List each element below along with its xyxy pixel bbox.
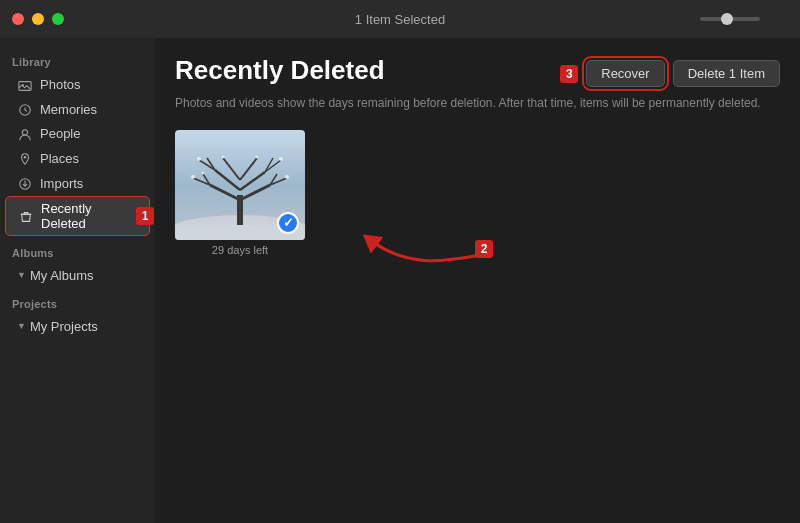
annotation-arrow [330,180,510,280]
titlebar: 1 Item Selected [0,0,800,38]
memories-icon [17,102,33,118]
import-icon [17,175,33,191]
selection-check: ✓ [277,212,299,234]
photo-grid: ✓ 29 days left 2 [175,130,780,256]
page-description: Photos and videos show the days remainin… [175,95,780,112]
minimize-button[interactable] [32,13,44,25]
sidebar-item-photos[interactable]: Photos [5,73,150,97]
slider-thumb [721,13,733,25]
svg-point-30 [256,155,259,158]
svg-point-25 [202,171,205,174]
page-title: Recently Deleted [175,56,385,85]
main-actions: 3 Recover Delete 1 Item [560,60,780,87]
annotation-badge-3: 3 [560,65,578,83]
svg-point-29 [222,155,225,158]
svg-point-28 [279,157,283,161]
window-controls [12,13,64,25]
photo-thumbnail[interactable]: ✓ [175,130,305,240]
photo-item[interactable]: ✓ 29 days left [175,130,305,256]
sidebar-item-photos-label: Photos [40,77,80,92]
sidebar-item-memories[interactable]: Memories [5,98,150,122]
sidebar-item-people[interactable]: People [5,122,150,146]
annotation-badge-2: 2 [475,240,493,258]
sidebar: Library Photos Memories People Places [0,38,155,523]
delete-button[interactable]: Delete 1 Item [673,60,780,87]
svg-point-4 [24,156,27,159]
svg-point-27 [285,175,289,179]
main-content: Recently Deleted 3 Recover Delete 1 Item… [155,38,800,523]
sidebar-item-imports[interactable]: Imports [5,171,150,195]
photo-icon [17,77,33,93]
chevron-icon: ▼ [17,270,26,280]
recover-button[interactable]: Recover [586,60,664,87]
window-title: 1 Item Selected [355,12,445,27]
my-albums-item[interactable]: ▼ My Albums [5,264,150,287]
my-projects-label: My Projects [30,319,98,334]
sidebar-item-memories-label: Memories [40,102,97,117]
my-albums-label: My Albums [30,268,94,283]
pin-icon [17,151,33,167]
library-section-label: Library [0,46,155,72]
main-header: Recently Deleted 3 Recover Delete 1 Item [175,56,780,87]
person-icon [17,126,33,142]
trash-icon [18,208,34,224]
svg-point-24 [191,175,195,179]
sidebar-item-recently-deleted[interactable]: Recently Deleted 1 [5,196,150,236]
maximize-button[interactable] [52,13,64,25]
svg-point-26 [197,157,201,161]
slider-track [700,17,760,21]
sidebar-item-places[interactable]: Places [5,147,150,171]
sidebar-item-places-label: Places [40,151,79,166]
chevron-icon-projects: ▼ [17,321,26,331]
my-projects-item[interactable]: ▼ My Projects [5,315,150,338]
sidebar-item-people-label: People [40,126,80,141]
photo-days-label: 29 days left [212,244,268,256]
albums-section-label: Albums [0,237,155,263]
app-body: Library Photos Memories People Places [0,38,800,523]
projects-section-label: Projects [0,288,155,314]
zoom-slider[interactable] [700,17,760,21]
annotation-badge-1: 1 [136,207,154,225]
close-button[interactable] [12,13,24,25]
arrow-annotation-container: 2 [330,180,510,284]
sidebar-item-imports-label: Imports [40,176,83,191]
sidebar-item-recently-deleted-label: Recently Deleted [41,201,137,231]
svg-point-3 [22,129,27,134]
